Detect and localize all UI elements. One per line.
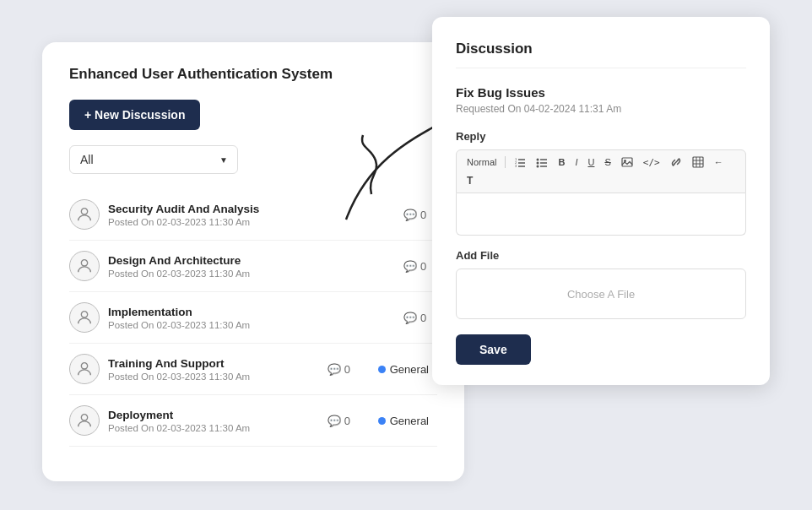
count-value: 0: [420, 312, 426, 324]
toolbar-text-format[interactable]: T: [463, 173, 476, 188]
discussion-popup: Discussion Fix Bug Issues Requested On 0…: [432, 17, 770, 385]
list-item[interactable]: Deployment Posted On 02-03-2023 11:30 Am…: [69, 395, 437, 447]
discussion-title: Implementation: [108, 306, 395, 318]
discussion-title: Security Audit And Analysis: [108, 203, 395, 215]
comment-count: 💬 0: [328, 415, 361, 427]
reply-label: Reply: [456, 130, 746, 143]
toolbar-code[interactable]: </>: [640, 155, 663, 170]
list-item[interactable]: Implementation Posted On 02-03-2023 11:3…: [69, 292, 437, 344]
tag-dot: [378, 417, 386, 425]
toolbar-italic[interactable]: I: [571, 155, 581, 169]
toolbar-normal[interactable]: Normal: [463, 155, 500, 169]
discussion-info: Implementation Posted On 02-03-2023 11:3…: [108, 306, 395, 330]
discussion-info: Design And Architecture Posted On 02-03-…: [108, 254, 395, 279]
discussion-date: Posted On 02-03-2023 11:30 Am: [108, 372, 319, 382]
discussion-date: Posted On 02-03-2023 11:30 Am: [108, 320, 395, 330]
toolbar-bold[interactable]: B: [555, 155, 568, 169]
chat-icon: 💬: [328, 363, 341, 376]
tag-badge: General: [370, 360, 437, 379]
tag-label: General: [390, 363, 429, 376]
filter-row: All General Bug Feature: [69, 145, 437, 174]
save-button[interactable]: Save: [456, 334, 531, 365]
toolbar-unordered-list[interactable]: [533, 155, 551, 170]
chat-icon: 💬: [403, 260, 417, 273]
count-value: 0: [420, 209, 426, 221]
svg-point-15: [537, 162, 539, 165]
count-value: 0: [344, 415, 350, 427]
count-value: 0: [344, 363, 350, 376]
tag-badge: General: [370, 411, 437, 431]
avatar: [69, 405, 100, 436]
tag-label: General: [390, 415, 429, 427]
chat-icon: 💬: [328, 415, 341, 427]
svg-point-3: [81, 363, 87, 369]
toolbar-table[interactable]: [689, 155, 707, 170]
main-card-title: Enhanced User Authentication System: [69, 66, 437, 83]
svg-point-0: [81, 209, 87, 214]
svg-point-4: [81, 415, 87, 420]
svg-point-14: [537, 159, 539, 161]
new-discussion-button[interactable]: + New Discussion: [69, 100, 200, 130]
discussion-title: Training And Support: [108, 357, 319, 370]
popup-topic-title: Fix Bug Issues: [456, 85, 746, 100]
file-drop-area[interactable]: Choose A File: [456, 269, 746, 319]
toolbar-underline[interactable]: U: [584, 155, 598, 169]
discussion-date: Posted On 02-03-2023 11:30 Am: [108, 423, 319, 433]
add-file-label: Add File: [456, 249, 746, 262]
svg-rect-20: [693, 157, 703, 167]
toolbar-link[interactable]: [667, 155, 685, 170]
comment-count: 💬 0: [328, 363, 361, 376]
discussion-list: Security Audit And Analysis Posted On 02…: [69, 189, 437, 447]
toolbar-image[interactable]: [618, 155, 636, 170]
list-item[interactable]: Training And Support Posted On 02-03-202…: [69, 344, 437, 395]
chat-icon: 💬: [403, 312, 417, 324]
svg-point-1: [81, 260, 87, 266]
discussion-title: Deployment: [108, 409, 319, 421]
svg-point-2: [81, 312, 87, 317]
discussion-info: Deployment Posted On 02-03-2023 11:30 Am: [108, 409, 319, 433]
avatar: [69, 302, 100, 333]
editor-body[interactable]: [456, 193, 746, 236]
filter-select[interactable]: All General Bug Feature: [69, 145, 238, 174]
avatar: [69, 199, 100, 230]
avatar: [69, 251, 100, 281]
discussion-title: Design And Architecture: [108, 254, 395, 267]
main-card: Enhanced User Authentication System + Ne…: [42, 42, 464, 481]
count-value: 0: [420, 260, 426, 273]
popup-requested-on: Requested On 04-02-2024 11:31 Am: [456, 103, 746, 115]
chat-icon: 💬: [403, 209, 417, 221]
popup-title: Discussion: [456, 41, 746, 68]
svg-line-19: [674, 160, 678, 164]
discussion-info: Training And Support Posted On 02-03-202…: [108, 357, 319, 382]
toolbar-ordered-list[interactable]: 123: [511, 155, 529, 170]
discussion-date: Posted On 02-03-2023 11:30 Am: [108, 269, 395, 279]
toolbar-undo[interactable]: ←: [711, 155, 727, 169]
tag-dot: [378, 366, 386, 373]
discussion-info: Security Audit And Analysis Posted On 02…: [108, 203, 395, 227]
toolbar-strikethrough[interactable]: S: [601, 155, 614, 169]
editor-toolbar: Normal 123 B I U S </> ← T: [456, 149, 746, 193]
avatar: [69, 354, 100, 384]
list-item[interactable]: Design And Architecture Posted On 02-03-…: [69, 241, 437, 292]
discussion-date: Posted On 02-03-2023 11:30 Am: [108, 217, 395, 227]
toolbar-divider: [505, 156, 506, 168]
svg-point-18: [624, 160, 626, 162]
file-placeholder: Choose A File: [567, 288, 635, 301]
list-item[interactable]: Security Audit And Analysis Posted On 02…: [69, 189, 437, 241]
svg-text:3: 3: [515, 164, 517, 168]
svg-point-16: [537, 165, 539, 168]
filter-wrapper: All General Bug Feature: [69, 145, 238, 174]
